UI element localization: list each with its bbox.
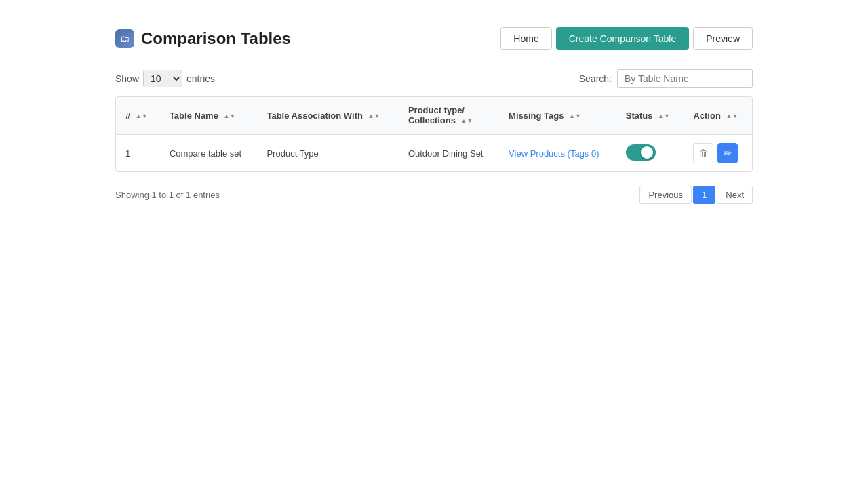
toggle-slider [626, 144, 656, 161]
home-button[interactable]: Home [500, 27, 551, 50]
col-table-name[interactable]: Table Name ▲▼ [160, 97, 258, 134]
row-missing-tags[interactable]: View Products (Tags 0) [499, 134, 616, 171]
table-footer: Showing 1 to 1 of 1 entries Previous 1 N… [115, 183, 753, 207]
row-table-name: Compare table set [160, 134, 258, 171]
edit-icon: ✏ [724, 148, 732, 159]
show-entries-control: Show 10 25 50 100 entries [115, 70, 215, 87]
col-product-type[interactable]: Product type/Collections ▲▼ [399, 97, 499, 134]
sort-icon-tags: ▲▼ [569, 113, 581, 119]
entries-select[interactable]: 10 25 50 100 [143, 70, 182, 87]
page-title: Comparison Tables [141, 29, 291, 48]
table-body: 1 Compare table set Product Type Outdoor… [116, 134, 752, 171]
next-button[interactable]: Next [717, 186, 753, 204]
status-toggle[interactable] [626, 144, 656, 161]
preview-button[interactable]: Preview [693, 27, 753, 50]
sort-icon-name: ▲▼ [224, 113, 236, 119]
app-icon: 🗂 [115, 29, 134, 48]
col-status[interactable]: Status ▲▼ [616, 97, 684, 134]
header-buttons: Home Create Comparison Table Preview [500, 27, 753, 50]
action-buttons: 🗑 ✏ [693, 143, 743, 163]
table-header: # ▲▼ Table Name ▲▼ Table Association Wit… [116, 97, 752, 134]
col-missing-tags[interactable]: Missing Tags ▲▼ [499, 97, 616, 134]
page-header: 🗂 Comparison Tables Home Create Comparis… [115, 27, 753, 50]
col-association[interactable]: Table Association With ▲▼ [257, 97, 398, 134]
showing-text: Showing 1 to 1 of 1 entries [115, 190, 220, 200]
row-num: 1 [116, 134, 160, 171]
row-action: 🗑 ✏ [684, 134, 752, 171]
table-row: 1 Compare table set Product Type Outdoor… [116, 134, 752, 171]
create-comparison-table-button[interactable]: Create Comparison Table [556, 27, 690, 50]
row-product-type: Outdoor Dining Set [399, 134, 499, 171]
pagination: Previous 1 Next [639, 186, 753, 204]
view-products-link[interactable]: View Products (Tags 0) [509, 148, 599, 159]
trash-icon: 🗑 [698, 148, 708, 159]
controls-row: Show 10 25 50 100 entries Search: [115, 69, 753, 88]
show-label: Show [115, 73, 139, 84]
row-status [616, 134, 684, 171]
edit-button[interactable]: ✏ [717, 143, 738, 163]
search-area: Search: [579, 69, 753, 88]
comparison-tables-table: # ▲▼ Table Name ▲▼ Table Association Wit… [116, 97, 752, 171]
delete-button[interactable]: 🗑 [693, 143, 713, 163]
search-label: Search: [579, 73, 612, 84]
entries-label: entries [186, 73, 215, 84]
sort-icon-product: ▲▼ [461, 118, 473, 124]
title-area: 🗂 Comparison Tables [115, 29, 291, 48]
search-input[interactable] [617, 69, 753, 88]
previous-button[interactable]: Previous [639, 186, 692, 204]
sort-icon-action: ▲▼ [726, 113, 738, 119]
col-action[interactable]: Action ▲▼ [684, 97, 752, 134]
sort-icon-status: ▲▼ [658, 113, 670, 119]
col-num[interactable]: # ▲▼ [116, 97, 160, 134]
sort-icon-association: ▲▼ [368, 113, 380, 119]
sort-icon-num: ▲▼ [136, 113, 148, 119]
comparison-tables-container: # ▲▼ Table Name ▲▼ Table Association Wit… [115, 96, 753, 172]
row-association: Product Type [257, 134, 398, 171]
page-1-button[interactable]: 1 [693, 186, 715, 204]
